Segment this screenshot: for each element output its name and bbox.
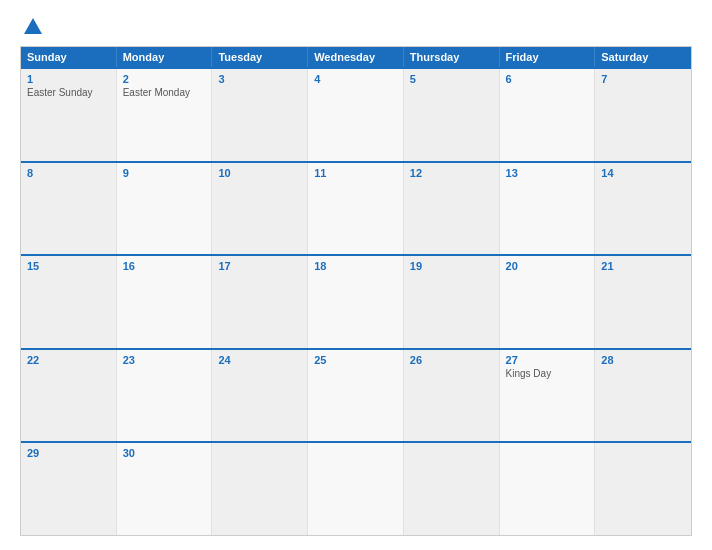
calendar-page: SundayMondayTuesdayWednesdayThursdayFrid… [0, 0, 712, 550]
cal-cell: 29 [21, 443, 117, 535]
cal-cell: 16 [117, 256, 213, 348]
cal-cell: 15 [21, 256, 117, 348]
cal-cell: 20 [500, 256, 596, 348]
logo [20, 18, 42, 36]
week-row-5: 2930 [21, 441, 691, 535]
day-number: 10 [218, 167, 301, 179]
cal-cell [212, 443, 308, 535]
logo-triangle-icon [24, 18, 42, 34]
cal-cell [308, 443, 404, 535]
week-row-2: 891011121314 [21, 161, 691, 255]
day-number: 19 [410, 260, 493, 272]
cal-cell: 26 [404, 350, 500, 442]
day-header-tuesday: Tuesday [212, 47, 308, 67]
day-number: 2 [123, 73, 206, 85]
day-number: 9 [123, 167, 206, 179]
day-number: 23 [123, 354, 206, 366]
day-number: 21 [601, 260, 685, 272]
cal-cell: 1Easter Sunday [21, 69, 117, 161]
cal-cell: 24 [212, 350, 308, 442]
cal-cell: 9 [117, 163, 213, 255]
cal-cell: 19 [404, 256, 500, 348]
day-number: 14 [601, 167, 685, 179]
day-number: 27 [506, 354, 589, 366]
cal-cell: 8 [21, 163, 117, 255]
day-number: 15 [27, 260, 110, 272]
day-number: 11 [314, 167, 397, 179]
day-header-monday: Monday [117, 47, 213, 67]
day-header-friday: Friday [500, 47, 596, 67]
cal-cell: 17 [212, 256, 308, 348]
cal-cell: 30 [117, 443, 213, 535]
calendar-event: Kings Day [506, 368, 589, 379]
cal-cell: 28 [595, 350, 691, 442]
cal-cell: 2Easter Monday [117, 69, 213, 161]
week-row-1: 1Easter Sunday2Easter Monday34567 [21, 67, 691, 161]
day-number: 13 [506, 167, 589, 179]
day-number: 3 [218, 73, 301, 85]
cal-cell: 18 [308, 256, 404, 348]
cal-cell: 22 [21, 350, 117, 442]
cal-cell: 7 [595, 69, 691, 161]
cal-cell: 23 [117, 350, 213, 442]
day-number: 30 [123, 447, 206, 459]
day-header-saturday: Saturday [595, 47, 691, 67]
day-number: 6 [506, 73, 589, 85]
calendar-event: Easter Sunday [27, 87, 110, 98]
cal-cell [500, 443, 596, 535]
day-number: 5 [410, 73, 493, 85]
cal-cell: 25 [308, 350, 404, 442]
cal-cell: 4 [308, 69, 404, 161]
day-number: 18 [314, 260, 397, 272]
day-number: 24 [218, 354, 301, 366]
day-number: 26 [410, 354, 493, 366]
day-header-sunday: Sunday [21, 47, 117, 67]
day-number: 12 [410, 167, 493, 179]
calendar-body: 1Easter Sunday2Easter Monday345678910111… [21, 67, 691, 535]
cal-cell [404, 443, 500, 535]
cal-cell: 14 [595, 163, 691, 255]
day-number: 29 [27, 447, 110, 459]
week-row-3: 15161718192021 [21, 254, 691, 348]
day-number: 1 [27, 73, 110, 85]
day-number: 25 [314, 354, 397, 366]
day-header-wednesday: Wednesday [308, 47, 404, 67]
day-number: 22 [27, 354, 110, 366]
cal-cell: 13 [500, 163, 596, 255]
day-number: 7 [601, 73, 685, 85]
cal-cell: 3 [212, 69, 308, 161]
day-number: 8 [27, 167, 110, 179]
day-number: 17 [218, 260, 301, 272]
week-row-4: 222324252627Kings Day28 [21, 348, 691, 442]
cal-cell: 6 [500, 69, 596, 161]
calendar-grid: SundayMondayTuesdayWednesdayThursdayFrid… [20, 46, 692, 536]
cal-cell: 10 [212, 163, 308, 255]
cal-cell: 5 [404, 69, 500, 161]
day-header-thursday: Thursday [404, 47, 500, 67]
cal-cell: 21 [595, 256, 691, 348]
cal-cell: 12 [404, 163, 500, 255]
cal-cell: 11 [308, 163, 404, 255]
day-number: 4 [314, 73, 397, 85]
day-number: 20 [506, 260, 589, 272]
cal-cell: 27Kings Day [500, 350, 596, 442]
day-number: 28 [601, 354, 685, 366]
header [20, 18, 692, 36]
cal-cell [595, 443, 691, 535]
day-number: 16 [123, 260, 206, 272]
calendar-event: Easter Monday [123, 87, 206, 98]
calendar-header-row: SundayMondayTuesdayWednesdayThursdayFrid… [21, 47, 691, 67]
